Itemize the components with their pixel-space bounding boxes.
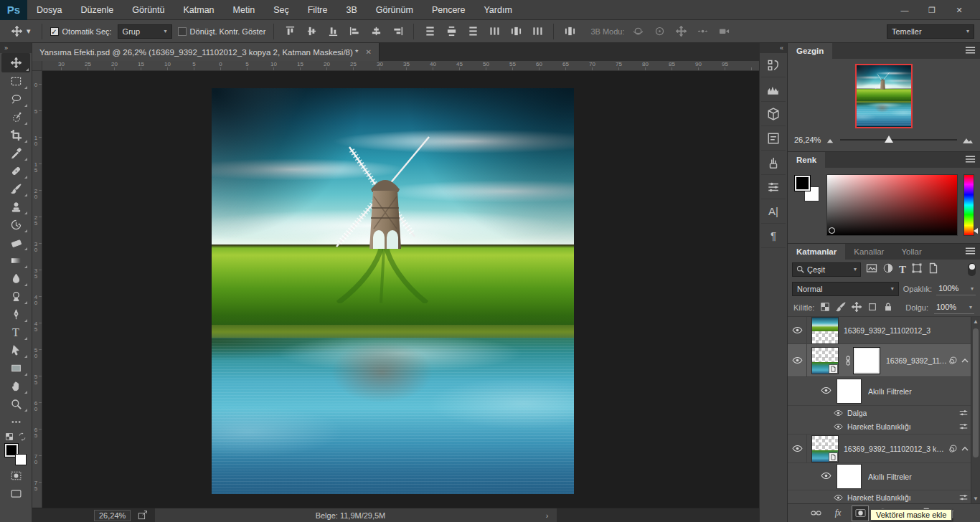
tool-clone-stamp[interactable] — [3, 198, 29, 216]
tab-yollar[interactable]: Yollar — [892, 244, 930, 260]
distribute-top-edges-icon[interactable] — [422, 24, 438, 39]
smart-filter-mask-thumbnail[interactable] — [837, 379, 861, 403]
fill-dropdown[interactable]: 100% ▾ — [934, 301, 974, 314]
quick-mask-button[interactable] — [3, 467, 29, 485]
tool-move[interactable] — [1, 53, 30, 72]
menu-gorunum[interactable]: Görünüm — [367, 0, 423, 20]
tool-hand[interactable] — [3, 377, 29, 395]
vertical-ruler[interactable]: 051015202530354045505560657075 — [32, 71, 42, 508]
history-panel-icon[interactable] — [761, 53, 786, 77]
collapse-dock-button[interactable]: « — [760, 43, 787, 53]
document-tab[interactable]: Yansıma Efekti.psd @ 26,2% (16369_9392_1… — [32, 43, 380, 61]
align-bottom-edges-icon[interactable] — [325, 24, 341, 39]
tool-dodge[interactable] — [3, 288, 29, 305]
align-right-edges-icon[interactable] — [390, 24, 405, 39]
tool-zoom[interactable] — [3, 395, 29, 413]
restore-button[interactable]: ❐ — [918, 0, 946, 20]
3d-camera-icon[interactable] — [716, 24, 732, 39]
collapse-chevron-icon[interactable] — [961, 447, 969, 451]
smart-filters-row[interactable]: Akıllı Filtreler — [788, 377, 980, 406]
document-info[interactable]: Belge: 11,9M/29,5M › — [155, 508, 557, 522]
show-transform-checkbox[interactable]: Dönüşt. Kontr. Göster — [178, 27, 266, 36]
3d-panel-icon[interactable] — [761, 102, 786, 126]
smart-filter-icon[interactable] — [948, 444, 958, 454]
filter-adjustment-layers-icon[interactable] — [882, 262, 894, 277]
tool-rectangle-shape[interactable] — [3, 359, 29, 377]
screen-mode-button[interactable] — [3, 485, 29, 503]
visibility-eye-icon[interactable] — [821, 472, 831, 481]
properties-panel-icon[interactable] — [761, 126, 786, 151]
3d-slide-icon[interactable] — [694, 24, 710, 39]
smart-filter-mask-thumbnail[interactable] — [837, 465, 861, 488]
distribute-right-edges-icon[interactable] — [529, 24, 545, 39]
default-colors-icon[interactable] — [5, 432, 14, 441]
background-color-swatch[interactable] — [15, 454, 27, 465]
tab-close-icon[interactable]: ✕ — [365, 48, 371, 56]
filter-row[interactable]: Hareket Bulanıklığı — [788, 490, 980, 503]
layer-name[interactable]: 16369_9392_11102012_3 kopya — [844, 445, 948, 453]
tab-renk[interactable]: Renk — [788, 152, 825, 168]
zoom-in-icon[interactable] — [962, 135, 974, 145]
visibility-eye-icon[interactable] — [834, 409, 843, 417]
menu-katman[interactable]: Katman — [174, 0, 223, 20]
filter-shape-layers-icon[interactable] — [911, 262, 923, 277]
3d-pan-icon[interactable] — [673, 24, 689, 39]
lock-position-icon[interactable] — [852, 302, 862, 313]
lock-artboard-icon[interactable] — [867, 302, 877, 313]
menu-metin[interactable]: Metin — [224, 0, 265, 20]
status-zoom-field[interactable]: 26,24% — [94, 510, 131, 521]
distribute-left-edges-icon[interactable] — [486, 24, 502, 39]
horizontal-ruler[interactable]: 3025201510505101520253035404550556065707… — [42, 61, 759, 71]
align-left-edges-icon[interactable] — [347, 24, 362, 39]
character-panel-icon[interactable]: A| — [761, 199, 786, 224]
menu-dosya[interactable]: Dosya — [27, 0, 71, 20]
layer-style-fx-icon[interactable]: fx — [830, 506, 846, 521]
layer-filtering-toggle[interactable] — [968, 263, 976, 276]
foreground-color-swatch[interactable] — [795, 176, 810, 191]
canvas-area[interactable] — [42, 71, 759, 508]
brush-panel-icon[interactable] — [761, 151, 786, 175]
menu-pencere[interactable]: Pencere — [423, 0, 475, 20]
filter-name[interactable]: Dalga — [847, 409, 867, 417]
close-button[interactable]: ✕ — [946, 0, 973, 20]
tool-path-selection[interactable] — [3, 341, 29, 359]
zoom-out-icon[interactable] — [826, 136, 835, 145]
panel-menu-icon[interactable] — [965, 245, 976, 258]
tool-spot-healing-brush[interactable] — [3, 162, 29, 180]
visibility-eye-icon[interactable] — [788, 317, 807, 343]
tab-kanallar[interactable]: Kanallar — [845, 244, 892, 260]
smart-filters-label[interactable]: Akıllı Filtreler — [868, 473, 912, 481]
filter-blending-options-icon[interactable] — [958, 408, 969, 418]
saturation-brightness-field[interactable] — [826, 174, 958, 236]
tool-gradient[interactable] — [3, 252, 29, 270]
tool-type[interactable]: T — [3, 323, 29, 341]
filter-row[interactable]: Hareket Bulanıklığı — [788, 419, 980, 435]
tool-eyedropper[interactable] — [3, 144, 29, 162]
brush-settings-panel-icon[interactable] — [761, 175, 786, 199]
smart-filter-icon[interactable] — [948, 356, 958, 366]
menu-3b[interactable]: 3B — [336, 0, 366, 20]
collapse-toolbar-button[interactable]: » — [0, 43, 32, 53]
distribute-bottom-edges-icon[interactable] — [465, 24, 481, 39]
smart-object-thumbnail[interactable] — [812, 348, 838, 374]
filter-row[interactable]: Dalga — [788, 406, 980, 419]
layer-row[interactable]: 16369_9392_11102012_3 — [788, 317, 980, 344]
layers-scrollbar[interactable]: ▲ ▼ — [971, 317, 980, 503]
smart-filters-row[interactable]: Akıllı Filtreler — [788, 463, 980, 490]
tool-brush[interactable] — [3, 180, 29, 198]
smart-filters-label[interactable]: Akıllı Filtreler — [868, 387, 912, 396]
color-field-cursor[interactable] — [829, 227, 835, 234]
link-layers-icon[interactable] — [808, 506, 824, 521]
menu-duzenle[interactable]: Düzenle — [71, 0, 123, 20]
align-vertical-centers-icon[interactable] — [303, 24, 319, 39]
blend-mode-dropdown[interactable]: Normal ▾ — [792, 282, 899, 296]
tool-eraser[interactable] — [3, 234, 29, 252]
layer-name[interactable]: 16369_9392_11102... — [886, 356, 948, 365]
minimize-button[interactable]: — — [891, 0, 918, 20]
navigator-zoom-value[interactable]: 26,24% — [794, 136, 821, 144]
tool-pen[interactable] — [3, 305, 29, 323]
3d-orbit-icon[interactable] — [630, 24, 646, 39]
scroll-down-icon[interactable]: ▼ — [971, 495, 980, 502]
panel-menu-icon[interactable] — [965, 153, 976, 166]
visibility-eye-icon[interactable] — [834, 494, 843, 501]
